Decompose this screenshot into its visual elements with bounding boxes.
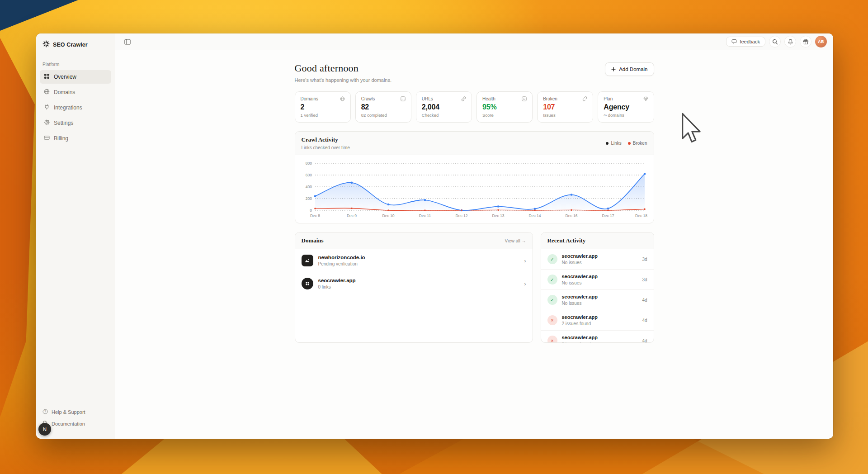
line-chart[interactable]: 0200400600800Dec 8Dec 9Dec 10Dec 11Dec 1… — [295, 155, 654, 223]
status-icon: × — [547, 336, 557, 343]
activity-row[interactable]: ✓ seocrawler.app No issues 4d — [541, 289, 654, 310]
smile-icon — [522, 96, 527, 101]
bar-chart-icon — [401, 96, 406, 101]
activity-domain: seocrawler.app — [562, 253, 598, 259]
crawl-activity-card: Crawl Activity Links checked over time L… — [295, 131, 654, 223]
activity-detail: No issues — [562, 280, 598, 285]
stat-card-plan[interactable]: Plan Agency ∞ domains — [598, 91, 654, 123]
feedback-button[interactable]: feedback — [726, 37, 765, 47]
add-domain-button[interactable]: Add Domain — [605, 62, 654, 76]
app-logo-row: SEO Crawler — [36, 33, 115, 55]
activity-row[interactable]: ✓ seocrawler.app No issues 3d — [541, 249, 654, 269]
broken-link-icon — [582, 96, 587, 101]
activity-time: 3d — [642, 277, 647, 282]
chart-title: Crawl Activity — [302, 136, 350, 143]
avatar[interactable]: AB — [815, 36, 827, 47]
page-subtitle: Here's what's happening with your domain… — [295, 77, 392, 83]
activity-time: 4d — [642, 318, 647, 323]
sidebar-item-label: Integrations — [54, 104, 82, 111]
panel-toggle-icon[interactable] — [124, 39, 131, 45]
sidebar-item-integrations[interactable]: Integrations — [40, 101, 111, 114]
globe-icon — [340, 96, 345, 101]
svg-text:400: 400 — [305, 185, 311, 189]
activity-detail: 2 issues found — [562, 321, 598, 326]
sidebar: SEO Crawler Platform Overview Domains — [36, 33, 115, 439]
activity-domain: seocrawler.app — [562, 274, 598, 279]
activity-card-header: Recent Activity — [541, 232, 654, 249]
activity-row[interactable]: × seocrawler.app 2 issues found 4d — [541, 310, 654, 330]
svg-text:Dec 14: Dec 14 — [528, 213, 541, 218]
sidebar-item-billing[interactable]: Billing — [40, 132, 111, 145]
stat-card-urls[interactable]: URLs 2,004 Checked — [416, 91, 472, 123]
domain-row[interactable]: newhorizoncode.io Pending verification › — [295, 249, 533, 272]
domains-card: Domains View all → newhorizoncode.io — [295, 232, 533, 343]
domains-card-header: Domains View all → — [295, 232, 533, 249]
status-icon: ✓ — [547, 295, 557, 305]
svg-text:Dec 8: Dec 8 — [310, 213, 320, 218]
starburst-logo-icon — [42, 40, 50, 49]
stat-sub: ∞ domains — [604, 113, 648, 118]
svg-text:Dec 9: Dec 9 — [346, 213, 356, 218]
stat-label: Health — [482, 96, 495, 101]
chart-subtitle: Links checked over time — [302, 145, 350, 150]
sidebar-item-domains[interactable]: Domains — [40, 85, 111, 99]
speech-bubble-icon — [731, 39, 737, 44]
sidebar-item-help-support[interactable]: ? Help & Support — [42, 406, 108, 418]
notifications-button[interactable] — [784, 36, 796, 47]
content: Good afternoon Here's what's happening w… — [115, 50, 833, 439]
activity-row[interactable]: ✓ seocrawler.app No issues 3d — [541, 269, 654, 289]
sidebar-item-overview[interactable]: Overview — [40, 70, 111, 84]
chart-legend: Links Broken — [606, 141, 647, 146]
stat-value: 95% — [482, 103, 527, 111]
activity-row[interactable]: × seocrawler.app 2 issues found 4d — [541, 330, 654, 343]
search-button[interactable] — [769, 36, 781, 47]
stat-card-broken[interactable]: Broken 107 Issues — [537, 91, 593, 123]
grid-dots-icon — [305, 281, 310, 286]
gear-icon — [44, 119, 50, 127]
domain-name: seocrawler.app — [318, 278, 356, 283]
svg-text:Dec 16: Dec 16 — [565, 213, 577, 218]
activity-domain: seocrawler.app — [562, 335, 598, 340]
footer-item-label: Help & Support — [52, 409, 85, 415]
svg-text:Dec 10: Dec 10 — [382, 213, 394, 218]
view-all-link[interactable]: View all → — [505, 238, 526, 243]
stat-value: 82 — [361, 103, 406, 111]
chevron-right-icon: › — [524, 280, 526, 287]
activity-domain: seocrawler.app — [562, 294, 598, 299]
stat-value: 2 — [301, 103, 345, 111]
stat-sub: Issues — [543, 113, 587, 118]
sidebar-item-settings[interactable]: Settings — [40, 116, 111, 130]
stat-label: Plan — [604, 96, 613, 101]
domain-row[interactable]: seocrawler.app 0 links › — [295, 272, 533, 295]
stat-card-domains[interactable]: Domains 2 1 verified — [295, 91, 351, 123]
chart-card-header: Crawl Activity Links checked over time L… — [295, 132, 654, 155]
svg-text:200: 200 — [305, 196, 311, 201]
svg-text:600: 600 — [305, 173, 311, 177]
legend-label: Broken — [633, 141, 647, 146]
stat-card-health[interactable]: Health 95% Score — [476, 91, 533, 123]
stat-value: 107 — [543, 103, 587, 111]
domain-status: 0 links — [318, 284, 356, 289]
stat-value: 2,004 — [422, 103, 466, 111]
bottom-row: Domains View all → newhorizoncode.io — [295, 232, 654, 343]
grid-icon — [44, 73, 50, 81]
svg-text:0: 0 — [310, 208, 312, 213]
chevron-right-icon: › — [524, 257, 526, 264]
gift-button[interactable] — [800, 36, 811, 47]
svg-text:Dec 12: Dec 12 — [455, 213, 467, 218]
stat-sub: 1 verified — [301, 113, 345, 118]
legend-item-broken: Broken — [628, 141, 647, 146]
sidebar-item-label: Domains — [54, 89, 75, 95]
link-icon — [461, 96, 466, 101]
footer-item-label: Documentation — [52, 421, 85, 427]
domain-favicon — [302, 255, 313, 266]
stat-label: Domains — [301, 96, 318, 101]
legend-dot — [628, 142, 631, 145]
stat-label: Broken — [543, 96, 557, 101]
stat-card-crawls[interactable]: Crawls 82 82 completed — [355, 91, 411, 123]
stats-row: Domains 2 1 verified Crawls — [295, 91, 654, 123]
stat-sub: Score — [482, 113, 527, 118]
sidebar-item-documentation[interactable]: Documentation — [42, 418, 108, 430]
recent-activity-card: Recent Activity ✓ seocrawler.app No issu… — [541, 232, 654, 343]
legend-item-links: Links — [606, 141, 621, 146]
